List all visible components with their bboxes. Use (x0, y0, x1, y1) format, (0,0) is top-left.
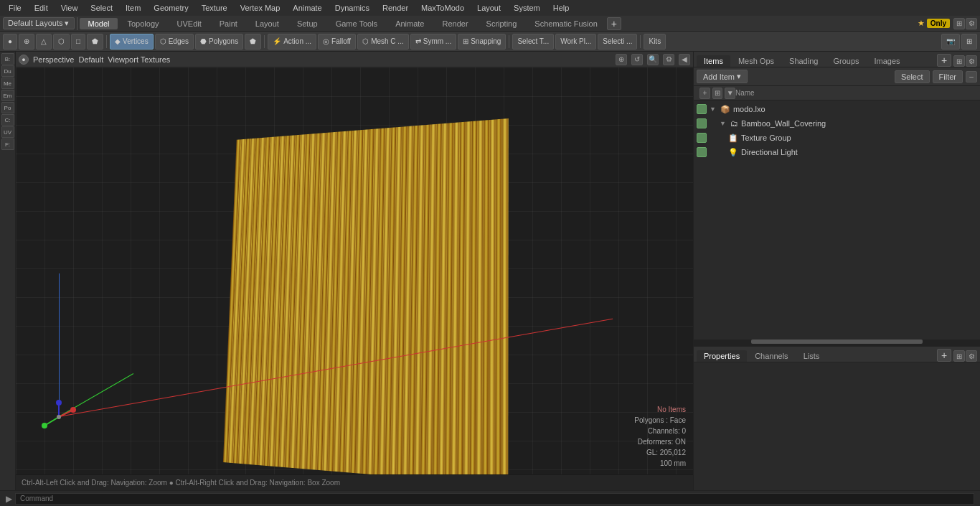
panel-expand-btn[interactable]: ⊞ (953, 55, 965, 67)
selecti-btn[interactable]: Selecti ... (598, 34, 637, 50)
viewport-textures[interactable]: Viewport Textures (108, 55, 170, 64)
tab-mesh-ops[interactable]: Mesh Ops (731, 55, 781, 67)
shield-btn[interactable]: ⬟ (87, 34, 103, 50)
tree-item-bamboo[interactable]: ▼ 🗂 Bamboo_Wall_Covering (694, 116, 980, 131)
polygon-select-btn[interactable]: ⬟ (245, 34, 261, 50)
items-scrollbar[interactable] (694, 339, 980, 344)
layout-expand-btn[interactable]: ⊞ (953, 18, 965, 29)
tree-item-directional-light[interactable]: 💡 Directional Light (694, 145, 980, 159)
sidebar-item-uv[interactable]: UV (1, 126, 14, 138)
viewport-canvas[interactable]: // Generate bamboo stripes const wall = … (16, 67, 693, 474)
viewport-nav-icon[interactable]: ⊕ (616, 54, 627, 65)
camera-btn[interactable]: 📷 (941, 34, 960, 50)
menu-edit[interactable]: Edit (29, 2, 54, 14)
menu-system[interactable]: System (508, 2, 546, 14)
menu-animate[interactable]: Animate (287, 2, 327, 14)
filter-button[interactable]: Filter (933, 70, 963, 83)
layout-dropdown[interactable]: Default Layouts ▾ (3, 17, 75, 29)
tab-setup[interactable]: Setup (288, 18, 326, 29)
viewport-toggle-btn[interactable]: ● (19, 55, 29, 65)
panel-settings-btn[interactable]: ⚙ (966, 55, 977, 67)
expand-arrow-modo[interactable]: ▼ (710, 106, 716, 113)
falloff-btn[interactable]: ◎ Falloff (318, 34, 356, 50)
menu-select[interactable]: Select (85, 2, 118, 14)
layout-settings-btn[interactable]: ⚙ (966, 18, 977, 29)
tab-layout[interactable]: Layout (247, 18, 288, 29)
tab-images[interactable]: Images (867, 55, 908, 67)
action-btn[interactable]: ⚡ Action ... (268, 34, 316, 50)
sidebar-item-b[interactable]: B: (1, 53, 14, 65)
item-filter-icon[interactable]: ▼ (725, 88, 735, 99)
viewport-zoom-icon[interactable]: 🔍 (647, 54, 659, 65)
viewport-settings-icon[interactable]: ⚙ (663, 54, 674, 65)
sidebar-item-du[interactable]: Du (1, 65, 14, 77)
tree-item-modo-lxo[interactable]: ▼ 📦 modo.lxo (694, 102, 980, 116)
menu-help[interactable]: Help (547, 2, 575, 14)
tab-lists[interactable]: Lists (796, 350, 827, 362)
tab-paint[interactable]: Paint (211, 18, 246, 29)
menu-layout[interactable]: Layout (471, 2, 507, 14)
tab-items[interactable]: Items (697, 55, 730, 67)
sidebar-item-em[interactable]: Em (1, 90, 14, 101)
transform-btn[interactable]: ⬡ (53, 34, 70, 50)
add-properties-tab-button[interactable]: + (937, 349, 951, 362)
menu-texture[interactable]: Texture (196, 2, 233, 14)
menu-geometry[interactable]: Geometry (148, 2, 194, 14)
sidebar-item-pol[interactable]: Po (1, 102, 14, 113)
expand-btn[interactable]: ⊞ (961, 34, 977, 50)
polygons-btn[interactable]: ⬣ Polygons (195, 34, 243, 50)
panel-minus-btn[interactable]: – (966, 71, 977, 83)
sidebar-item-c[interactable]: C: (1, 114, 14, 126)
menu-render[interactable]: Render (377, 2, 414, 14)
select-button[interactable]: Select (895, 70, 930, 83)
add-layout-button[interactable]: + (607, 17, 621, 30)
tab-model[interactable]: Model (80, 18, 118, 29)
sidebar-item-me[interactable]: Me (1, 78, 14, 89)
tab-shading[interactable]: Shading (782, 55, 825, 67)
sidebar-item-f[interactable]: F: (1, 139, 14, 150)
viewport-view-type[interactable]: Perspective (33, 55, 74, 64)
viewport-expand-icon[interactable]: ◀ (679, 54, 690, 65)
tab-topology[interactable]: Topology (118, 18, 167, 29)
tab-groups[interactable]: Groups (826, 55, 866, 67)
items-tree[interactable]: ▼ 📦 modo.lxo ▼ 🗂 Bamboo_Wall_Covering 📋 … (694, 100, 980, 339)
add-panel-tab-button[interactable]: + (937, 54, 951, 67)
tab-animate[interactable]: Animate (387, 18, 433, 29)
mesh-c-btn[interactable]: ⬡ Mesh C ... (357, 34, 409, 50)
visibility-modo-lxo[interactable] (697, 104, 707, 114)
tab-render[interactable]: Render (433, 18, 476, 29)
menu-vertex-map[interactable]: Vertex Map (235, 2, 286, 14)
snapping-btn[interactable]: ⊞ Snapping (458, 34, 506, 50)
tab-uvedit[interactable]: UVEdit (169, 18, 210, 29)
only-badge[interactable]: Only (927, 19, 950, 28)
cube-btn[interactable]: □ (71, 34, 85, 50)
select-t-btn[interactable]: Select T... (512, 34, 554, 50)
kits-btn[interactable]: Kits (644, 34, 666, 50)
tab-scripting[interactable]: Scripting (478, 18, 526, 29)
menu-dynamics[interactable]: Dynamics (329, 2, 375, 14)
symm-btn[interactable]: ⇄ Symm ... (410, 34, 456, 50)
menu-item[interactable]: Item (120, 2, 146, 14)
tree-item-texture-group[interactable]: 📋 Texture Group (694, 131, 980, 145)
visibility-bamboo[interactable] (697, 118, 707, 128)
expand-arrow-bamboo[interactable]: ▼ (720, 120, 726, 127)
properties-expand-btn[interactable]: ⊞ (953, 350, 965, 362)
properties-settings-btn[interactable]: ⚙ (966, 350, 977, 362)
globe-btn[interactable]: ⊕ (19, 34, 34, 50)
tab-game-tools[interactable]: Game Tools (327, 18, 387, 29)
tab-properties[interactable]: Properties (697, 350, 747, 362)
tab-channels[interactable]: Channels (748, 350, 795, 362)
menu-file[interactable]: File (3, 2, 27, 14)
toggle-btn[interactable]: ● (3, 34, 17, 50)
visibility-dir-light[interactable] (697, 147, 707, 157)
add-item-icon[interactable]: + (699, 88, 710, 99)
add-item-button[interactable]: Add Item ▾ (697, 70, 748, 83)
work-pl-btn[interactable]: Work Pl... (555, 34, 596, 50)
viewport-default[interactable]: Default (78, 55, 103, 64)
item-settings-icon[interactable]: ⊞ (712, 88, 723, 99)
visibility-texture-group[interactable] (697, 133, 707, 143)
tab-schematic[interactable]: Schematic Fusion (526, 18, 606, 29)
edges-btn[interactable]: ⬡ Edges (155, 34, 194, 50)
vertices-btn[interactable]: ◆ Vertices (110, 34, 154, 50)
menu-view[interactable]: View (55, 2, 84, 14)
